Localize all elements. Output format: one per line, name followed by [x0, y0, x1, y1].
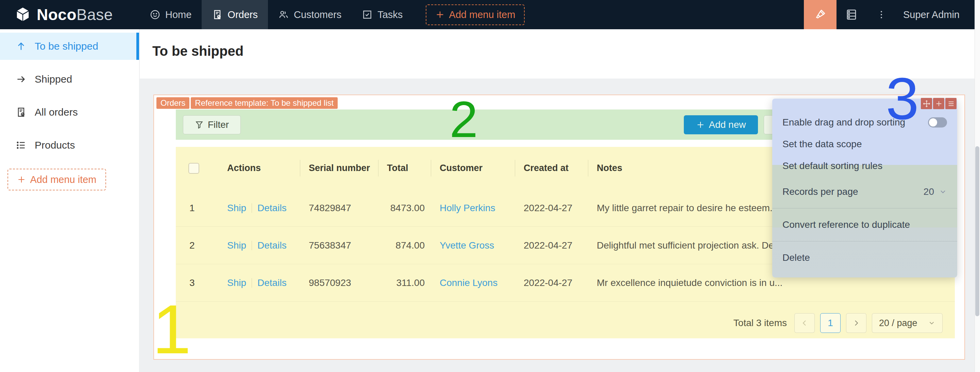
nav-item-orders[interactable]: Orders — [202, 0, 268, 29]
file-done-icon — [16, 107, 27, 118]
block-tags: Orders Reference template: To be shipped… — [156, 97, 338, 109]
filter-icon — [195, 120, 204, 129]
nav-item-customers[interactable]: Customers — [268, 0, 352, 29]
nav-add-menu-item-button[interactable]: Add menu item — [426, 5, 525, 25]
column-header-actions[interactable]: Actions — [218, 147, 300, 189]
sidebar-item-all-orders[interactable]: All orders — [0, 99, 139, 126]
smiley-icon — [150, 9, 161, 20]
details-link[interactable]: Details — [258, 203, 286, 213]
reference-template-tag: Reference template: To be shipped list — [191, 97, 338, 109]
plus-icon — [435, 10, 445, 19]
sidebar-item-label: All orders — [35, 107, 78, 118]
column-header-total[interactable]: Total — [378, 147, 431, 189]
sidebar-add-menu-item-button[interactable]: Add menu item — [8, 169, 106, 191]
customer-cell: Yvette Gross — [431, 227, 515, 264]
nav-item-home[interactable]: Home — [139, 0, 202, 29]
previous-page-button[interactable] — [794, 313, 815, 333]
menu-item-label: Records per page — [783, 186, 858, 197]
database-icon — [845, 8, 858, 21]
block-settings-menu-button[interactable] — [945, 98, 956, 109]
ship-link[interactable]: Ship — [227, 277, 246, 288]
next-page-button[interactable] — [846, 313, 866, 333]
menu-item-records-per-page[interactable]: Records per page 20 — [772, 181, 957, 203]
sidebar-item-to-be-shipped[interactable]: To be shipped — [0, 33, 139, 60]
kebab-icon — [876, 10, 886, 20]
scrollbar[interactable] — [975, 0, 980, 372]
menu-item-set-data-scope[interactable]: Set the data scope — [772, 133, 957, 155]
plus-icon — [696, 120, 705, 129]
pagination-total: Total 3 items — [733, 318, 787, 329]
customer-link[interactable]: Holly Perkins — [440, 203, 495, 213]
menu-item-convert-reference[interactable]: Convert reference to duplicate — [772, 214, 957, 236]
navbar-right: Super Admin — [804, 0, 975, 29]
nav-label: Home — [165, 9, 191, 21]
sidebar: To be shipped Shipped All orders Pro — [0, 29, 139, 372]
menu-item-set-default-sorting[interactable]: Set default sorting rules — [772, 155, 957, 177]
collections-manager-button[interactable] — [837, 0, 866, 29]
more-actions-button[interactable] — [866, 0, 896, 29]
column-header-serial-number[interactable]: Serial number — [300, 147, 378, 189]
team-icon — [278, 9, 289, 20]
brand-name: NocoBase — [37, 5, 113, 24]
created-at-cell: 2022-04-27 — [515, 189, 588, 226]
brand-light: Base — [76, 6, 113, 24]
cube-logo-icon — [15, 7, 30, 22]
ship-link[interactable]: Ship — [227, 240, 246, 251]
row-actions: Ship Details — [218, 227, 300, 264]
created-at-cell: 2022-04-27 — [515, 227, 588, 264]
created-at-cell: 2022-04-27 — [515, 264, 588, 301]
sidebar-item-shipped[interactable]: Shipped — [0, 66, 139, 93]
column-header-customer[interactable]: Customer — [431, 147, 515, 189]
customer-link[interactable]: Yvette Gross — [440, 240, 494, 251]
annotation-label-1: 1 — [152, 294, 191, 364]
row-index: 1 — [176, 189, 218, 226]
scrollbar-thumb[interactable] — [975, 146, 979, 316]
sidebar-item-products[interactable]: Products — [0, 132, 139, 159]
select-all-checkbox[interactable] — [188, 163, 199, 174]
menu-item-delete[interactable]: Delete — [772, 247, 957, 269]
menu-icon — [947, 100, 955, 107]
brand-bold: Noco — [37, 6, 76, 24]
details-link[interactable]: Details — [258, 277, 286, 288]
brand-logo[interactable]: NocoBase — [0, 5, 139, 24]
add-new-button[interactable]: Add new — [684, 115, 758, 134]
drag-icon — [923, 100, 931, 107]
active-indicator — [136, 33, 139, 60]
sidebar-item-label: To be shipped — [35, 40, 98, 52]
add-new-label: Add new — [709, 119, 746, 130]
total-cell: 311.00 — [378, 264, 431, 301]
action-divider — [251, 278, 252, 288]
customer-link[interactable]: Connie Lyons — [440, 277, 498, 288]
row-actions: Ship Details — [218, 189, 300, 226]
add-block-button[interactable] — [933, 98, 944, 109]
nav-item-tasks[interactable]: Tasks — [352, 0, 413, 29]
block-settings-context-menu: Enable drag and drop sorting Set the dat… — [772, 99, 957, 277]
sidebar-add-label: Add menu item — [30, 174, 96, 185]
details-link[interactable]: Details — [258, 240, 286, 251]
ship-link[interactable]: Ship — [227, 203, 246, 213]
page-header: To be shipped — [140, 29, 975, 79]
ui-editor-toggle-button[interactable] — [804, 0, 837, 29]
list-icon — [16, 140, 27, 151]
drag-sorting-toggle[interactable] — [928, 117, 947, 127]
chevron-down-icon — [928, 319, 935, 327]
file-done-icon — [212, 9, 223, 20]
nav-add-label: Add menu item — [449, 9, 515, 21]
sidebar-item-label: Shipped — [35, 73, 72, 85]
total-cell: 8473.00 — [378, 189, 431, 226]
highlighter-icon — [814, 8, 826, 21]
column-header-created-at[interactable]: Created at — [515, 147, 588, 189]
check-square-icon — [362, 9, 373, 20]
menu-divider — [772, 208, 957, 208]
filter-button[interactable]: Filter — [183, 115, 241, 134]
drag-handle-button[interactable] — [921, 98, 932, 109]
page-1-button[interactable]: 1 — [820, 313, 841, 333]
pagination: Total 3 items 1 20 / page — [733, 313, 943, 333]
annotation-label-2: 2 — [450, 94, 478, 145]
page-size-select[interactable]: 20 / page — [872, 313, 943, 333]
current-user-menu[interactable]: Super Admin — [896, 9, 975, 21]
toggle-knob — [929, 118, 937, 127]
menu-item-enable-drag-sorting[interactable]: Enable drag and drop sorting — [772, 111, 957, 133]
total-cell: 874.00 — [378, 227, 431, 264]
customer-cell: Connie Lyons — [431, 264, 515, 301]
